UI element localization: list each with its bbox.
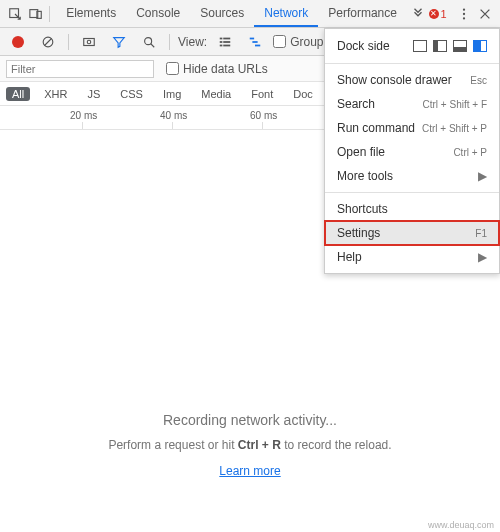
- close-devtools-icon[interactable]: [474, 2, 496, 26]
- dock-bottom-icon[interactable]: [453, 40, 467, 52]
- timeline-tick: 20 ms: [70, 110, 97, 121]
- timeline-gridline: [172, 122, 173, 129]
- submenu-arrow-icon: ▶: [478, 250, 487, 264]
- error-count: 1: [441, 8, 447, 20]
- chip-all[interactable]: All: [6, 87, 30, 101]
- dock-side-row: Dock side: [325, 33, 499, 59]
- large-rows-icon[interactable]: [213, 30, 237, 54]
- chip-media[interactable]: Media: [195, 87, 237, 101]
- filter-funnel-icon[interactable]: [107, 30, 131, 54]
- hide-data-urls-checkbox[interactable]: Hide data URLs: [166, 62, 268, 76]
- panel-tabs: Elements Console Sources Network Perform…: [56, 0, 407, 27]
- devtools-main-menu: Dock side Show console drawerEsc SearchC…: [324, 28, 500, 274]
- svg-point-3: [462, 8, 464, 10]
- toolbar-divider: [49, 6, 50, 22]
- timeline-tick: 60 ms: [250, 110, 277, 121]
- chip-xhr[interactable]: XHR: [38, 87, 73, 101]
- menu-run-command[interactable]: Run commandCtrl + Shift + P: [325, 116, 499, 140]
- view-label: View:: [178, 35, 207, 49]
- dock-side-label: Dock side: [337, 39, 390, 53]
- error-icon: ✕: [429, 9, 439, 19]
- tab-network[interactable]: Network: [254, 0, 318, 27]
- toolbar-divider: [169, 34, 170, 50]
- timeline-tick: 40 ms: [160, 110, 187, 121]
- hide-data-urls-label: Hide data URLs: [183, 62, 268, 76]
- watermark: www.deuaq.com: [428, 520, 494, 530]
- kebab-menu-icon[interactable]: [453, 2, 475, 26]
- menu-separator: [325, 192, 499, 193]
- submenu-arrow-icon: ▶: [478, 169, 487, 183]
- menu-more-tools[interactable]: More tools▶: [325, 164, 499, 188]
- chip-css[interactable]: CSS: [114, 87, 149, 101]
- menu-separator: [325, 63, 499, 64]
- dock-left-icon[interactable]: [433, 40, 447, 52]
- svg-rect-13: [223, 41, 230, 43]
- record-button[interactable]: [6, 30, 30, 54]
- svg-point-5: [462, 17, 464, 19]
- inspect-element-icon[interactable]: [4, 2, 26, 26]
- svg-rect-7: [84, 38, 95, 45]
- chip-font[interactable]: Font: [245, 87, 279, 101]
- search-icon[interactable]: [137, 30, 161, 54]
- svg-rect-17: [253, 41, 258, 43]
- toolbar-divider: [68, 34, 69, 50]
- menu-show-console[interactable]: Show console drawerEsc: [325, 68, 499, 92]
- svg-rect-12: [220, 41, 223, 43]
- chip-js[interactable]: JS: [81, 87, 106, 101]
- waterfall-icon[interactable]: [243, 30, 267, 54]
- devtools-main-toolbar: Elements Console Sources Network Perform…: [0, 0, 500, 28]
- recording-subtitle: Perform a request or hit Ctrl + R to rec…: [108, 438, 391, 452]
- svg-rect-15: [223, 44, 230, 46]
- hide-data-urls-input[interactable]: [166, 62, 179, 75]
- screenshot-icon[interactable]: [77, 30, 101, 54]
- svg-rect-16: [250, 37, 254, 39]
- svg-rect-11: [223, 37, 230, 39]
- menu-search[interactable]: SearchCtrl + Shift + F: [325, 92, 499, 116]
- menu-settings[interactable]: SettingsF1: [325, 221, 499, 245]
- more-tabs-chevron-icon[interactable]: [407, 2, 429, 26]
- tab-console[interactable]: Console: [126, 0, 190, 27]
- menu-open-file[interactable]: Open fileCtrl + P: [325, 140, 499, 164]
- error-counter[interactable]: ✕ 1: [429, 8, 447, 20]
- dock-undock-icon[interactable]: [413, 40, 427, 52]
- menu-help[interactable]: Help▶: [325, 245, 499, 269]
- timeline-gridline: [82, 122, 83, 129]
- group-by-frame-input[interactable]: [273, 35, 286, 48]
- tab-performance[interactable]: Performance: [318, 0, 407, 27]
- menu-shortcuts[interactable]: Shortcuts: [325, 197, 499, 221]
- filter-input[interactable]: [6, 60, 154, 78]
- tab-sources[interactable]: Sources: [190, 0, 254, 27]
- clear-icon[interactable]: [36, 30, 60, 54]
- tab-elements[interactable]: Elements: [56, 0, 126, 27]
- svg-rect-18: [255, 44, 260, 46]
- svg-point-4: [462, 12, 464, 14]
- svg-point-9: [145, 37, 152, 44]
- device-toolbar-icon[interactable]: [26, 2, 48, 26]
- dock-right-icon[interactable]: [473, 40, 487, 52]
- svg-rect-10: [220, 37, 223, 39]
- svg-point-8: [87, 40, 91, 44]
- svg-rect-14: [220, 44, 223, 46]
- learn-more-link[interactable]: Learn more: [219, 464, 280, 478]
- chip-img[interactable]: Img: [157, 87, 187, 101]
- chip-doc[interactable]: Doc: [287, 87, 319, 101]
- recording-title: Recording network activity...: [163, 412, 337, 428]
- timeline-gridline: [262, 122, 263, 129]
